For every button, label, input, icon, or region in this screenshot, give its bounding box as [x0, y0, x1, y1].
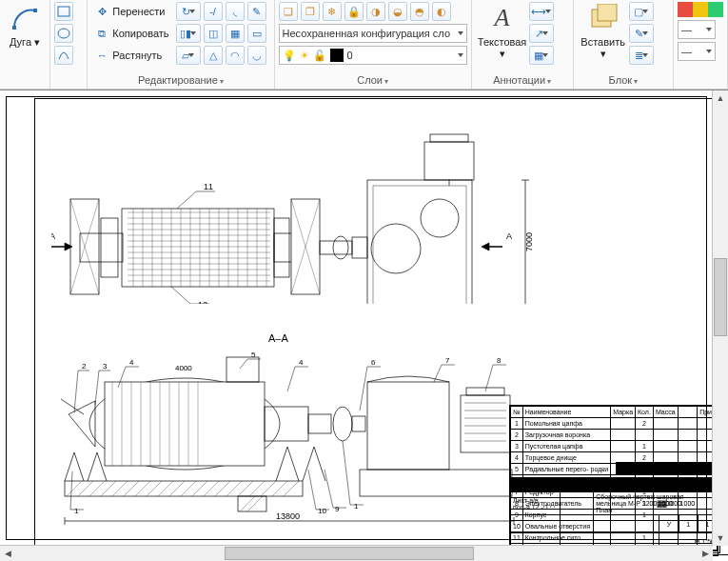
linetype-combo[interactable]: — — [678, 42, 716, 61]
leader-button[interactable]: ↗ — [529, 24, 554, 43]
circle-icon[interactable] — [54, 46, 73, 65]
svg-rect-10 — [122, 209, 274, 287]
block-attr-button[interactable]: ≣ — [629, 46, 654, 65]
layer-current-combo[interactable]: 💡 ☀ 🔓 0 — [279, 46, 467, 65]
scroll-thumb-h[interactable] — [225, 547, 474, 560]
svg-rect-51 — [430, 134, 468, 142]
ribbon: Дуга ▾ ✥Перенести ⧉Копировать ↔Растянуть — [0, 0, 728, 90]
arc-label: Дуга — [10, 36, 31, 48]
layer-freeze-button[interactable]: ❄ — [323, 2, 342, 21]
stretch-button[interactable]: ↔Растянуть — [91, 46, 171, 65]
svg-text:6: 6 — [371, 358, 376, 367]
layer-match-button[interactable]: ◒ — [388, 2, 407, 21]
layer-prev-button[interactable]: ◐ — [432, 2, 451, 21]
svg-text:А: А — [506, 231, 512, 241]
rotate-button[interactable]: ↻ — [176, 2, 201, 21]
panel-layers: ❏ ❐ ❄ 🔒 ◑ ◒ ◓ ◐ Несохраненная конфигурац… — [275, 0, 472, 89]
scroll-left-icon[interactable]: ◀ — [0, 546, 15, 561]
svg-line-123 — [247, 496, 263, 511]
sun-icon: ☀ — [300, 50, 309, 62]
scroll-up-icon[interactable]: ▲ — [713, 90, 728, 106]
layer-walk-button[interactable]: ◓ — [410, 2, 429, 21]
lineweight-combo[interactable]: — — [678, 20, 716, 39]
scroll-right-icon[interactable]: ▶ — [698, 546, 713, 561]
scroll-thumb-v[interactable] — [714, 258, 727, 336]
color-picker[interactable] — [678, 2, 723, 17]
scrollbar-horizontal[interactable]: ◀ ▶ — [0, 545, 713, 561]
trim-button[interactable]: -/ — [204, 2, 223, 21]
layer-lock-button[interactable]: 🔒 — [344, 2, 364, 21]
svg-rect-0 — [12, 26, 16, 30]
svg-rect-70 — [65, 481, 303, 496]
mirror-button[interactable]: ▯▮ — [176, 24, 201, 43]
svg-line-124 — [74, 371, 78, 412]
bulb-icon: 💡 — [283, 50, 296, 62]
block-create-button[interactable]: ▢ — [629, 2, 654, 21]
panel-layers-title[interactable]: Слои▾ — [279, 72, 467, 89]
svg-line-122 — [240, 496, 255, 511]
copy-button[interactable]: ⧉Копировать — [91, 24, 171, 43]
svg-text:7000: 7000 — [524, 232, 534, 251]
svg-text:7: 7 — [445, 356, 450, 365]
scroll-down-icon[interactable]: ▼ — [713, 531, 728, 546]
erase-button[interactable]: ✎ — [247, 2, 266, 21]
dimension-button[interactable]: ⟷ — [529, 2, 554, 21]
rectangle-icon[interactable] — [54, 2, 73, 21]
svg-point-43 — [333, 236, 348, 259]
layer-off-button[interactable]: ◑ — [366, 2, 385, 21]
array-button[interactable]: ▦ — [226, 24, 245, 43]
svg-text:3: 3 — [103, 362, 108, 371]
insert-button[interactable]: Вставить▾ — [578, 2, 629, 59]
panel-block-title[interactable]: Блок▾ — [578, 72, 669, 89]
move-button[interactable]: ✥Перенести — [91, 2, 171, 21]
svg-text:10: 10 — [318, 507, 326, 515]
table-button[interactable]: ▦ — [529, 46, 554, 65]
svg-line-130 — [240, 359, 247, 369]
join-button[interactable]: ◡ — [247, 46, 266, 65]
panel-block: Вставить▾ ▢ ✎ ≣ Блок▾ — [574, 0, 674, 89]
svg-text:11: 11 — [204, 182, 213, 191]
offset-button[interactable]: ◫ — [204, 24, 223, 43]
svg-rect-108 — [352, 416, 365, 431]
svg-line-146 — [343, 441, 350, 505]
drawing-canvas[interactable]: 11 12 7000 А А А–А — [0, 90, 728, 561]
svg-text:12: 12 — [198, 300, 207, 304]
layer-props-button[interactable]: ❏ — [279, 2, 298, 21]
block-edit-button[interactable]: ✎ — [629, 24, 654, 43]
layer-iso-button[interactable]: ❐ — [301, 2, 320, 21]
table-row: 3Пустотелая цапфа1 — [511, 441, 729, 452]
arc-button[interactable]: Дуга ▾ — [4, 2, 46, 48]
svg-rect-5 — [598, 4, 617, 21]
arc-icon — [9, 2, 41, 34]
svg-rect-93 — [105, 382, 265, 466]
svg-text:1: 1 — [74, 507, 79, 515]
panel-arc: Дуга ▾ — [0, 0, 50, 89]
svg-rect-50 — [424, 142, 474, 180]
svg-text:2: 2 — [82, 362, 87, 371]
svg-marker-59 — [482, 243, 489, 250]
table-row: 2Загрузочная воронка — [511, 430, 729, 441]
titleblock-redact-1 — [511, 477, 718, 491]
explode-button[interactable]: ▭ — [247, 24, 266, 43]
text-button[interactable]: A Текстовая▾ — [476, 2, 529, 59]
svg-line-126 — [95, 371, 99, 405]
ellipse-icon[interactable] — [54, 24, 73, 43]
svg-point-47 — [371, 224, 421, 273]
layer-config-combo[interactable]: Несохраненная конфигурация сло — [279, 24, 467, 43]
svg-rect-42 — [320, 241, 352, 254]
svg-text:13800: 13800 — [276, 511, 300, 521]
svg-rect-71 — [360, 470, 512, 496]
svg-rect-44 — [352, 237, 367, 258]
move-icon: ✥ — [94, 4, 109, 19]
fillet-button[interactable]: ◟ — [226, 2, 245, 21]
insert-icon — [587, 2, 620, 34]
break-button[interactable]: ◠ — [226, 46, 245, 65]
panel-annotations-title[interactable]: Аннотации▾ — [476, 72, 569, 89]
svg-rect-110 — [461, 395, 510, 452]
lock-icon: 🔓 — [313, 50, 326, 62]
chamfer-button[interactable]: △ — [204, 46, 223, 65]
panel-edit-title[interactable]: Редактирование▾ — [91, 72, 269, 89]
scale-button[interactable]: ▱ — [176, 46, 201, 65]
scrollbar-vertical[interactable]: ▲ ▼ — [712, 90, 728, 546]
svg-rect-2 — [58, 7, 69, 16]
